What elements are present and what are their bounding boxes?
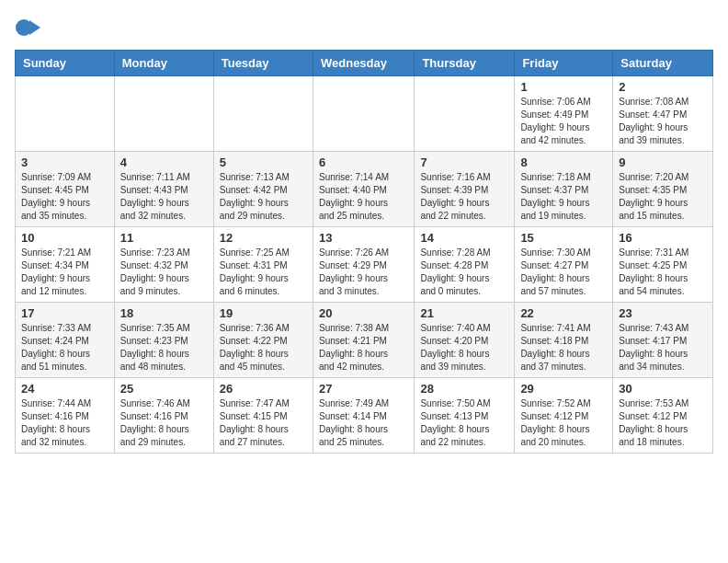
calendar-week-1: 1Sunrise: 7:06 AM Sunset: 4:49 PM Daylig… (16, 76, 713, 152)
day-number: 5 (220, 155, 307, 169)
calendar-cell: 26Sunrise: 7:47 AM Sunset: 4:15 PM Dayli… (213, 378, 313, 454)
day-number: 21 (420, 306, 508, 320)
calendar-cell: 22Sunrise: 7:41 AM Sunset: 4:18 PM Dayli… (515, 303, 613, 378)
day-info: Sunrise: 7:35 AM Sunset: 4:23 PM Dayligh… (120, 322, 208, 373)
day-number: 6 (319, 155, 408, 169)
day-info: Sunrise: 7:46 AM Sunset: 4:16 PM Dayligh… (120, 397, 208, 449)
calendar-cell: 3Sunrise: 7:09 AM Sunset: 4:45 PM Daylig… (16, 152, 115, 227)
day-info: Sunrise: 7:16 AM Sunset: 4:39 PM Dayligh… (420, 171, 508, 223)
calendar-cell: 2Sunrise: 7:08 AM Sunset: 4:47 PM Daylig… (613, 76, 713, 152)
calendar-cell: 29Sunrise: 7:52 AM Sunset: 4:12 PM Dayli… (515, 378, 613, 454)
calendar-week-2: 3Sunrise: 7:09 AM Sunset: 4:45 PM Daylig… (16, 152, 713, 227)
day-info: Sunrise: 7:40 AM Sunset: 4:20 PM Dayligh… (420, 322, 508, 373)
day-number: 27 (319, 382, 408, 396)
day-number: 7 (420, 155, 508, 169)
calendar-header-tuesday: Tuesday (213, 51, 313, 76)
day-number: 11 (120, 231, 208, 245)
day-number: 23 (619, 306, 707, 320)
calendar-cell: 8Sunrise: 7:18 AM Sunset: 4:37 PM Daylig… (515, 152, 613, 227)
day-number: 8 (520, 155, 607, 169)
day-number: 22 (520, 306, 607, 320)
logo-icon (15, 15, 40, 40)
calendar-cell: 21Sunrise: 7:40 AM Sunset: 4:20 PM Dayli… (415, 303, 515, 378)
calendar-week-5: 24Sunrise: 7:44 AM Sunset: 4:16 PM Dayli… (16, 378, 713, 454)
calendar-cell: 28Sunrise: 7:50 AM Sunset: 4:13 PM Dayli… (415, 378, 515, 454)
day-number: 9 (619, 155, 707, 169)
calendar-cell: 10Sunrise: 7:21 AM Sunset: 4:34 PM Dayli… (16, 227, 115, 303)
day-number: 10 (21, 231, 108, 245)
calendar-header-row: SundayMondayTuesdayWednesdayThursdayFrid… (16, 51, 713, 76)
day-info: Sunrise: 7:31 AM Sunset: 4:25 PM Dayligh… (619, 247, 707, 298)
calendar-cell: 11Sunrise: 7:23 AM Sunset: 4:32 PM Dayli… (114, 227, 213, 303)
day-number: 25 (120, 382, 208, 396)
calendar-week-3: 10Sunrise: 7:21 AM Sunset: 4:34 PM Dayli… (16, 227, 713, 303)
day-number: 16 (619, 231, 707, 245)
calendar-cell: 1Sunrise: 7:06 AM Sunset: 4:49 PM Daylig… (515, 76, 613, 152)
calendar-cell: 15Sunrise: 7:30 AM Sunset: 4:27 PM Dayli… (515, 227, 613, 303)
calendar-cell: 20Sunrise: 7:38 AM Sunset: 4:21 PM Dayli… (313, 303, 414, 378)
calendar-cell (313, 76, 414, 152)
calendar-header-sunday: Sunday (16, 51, 115, 76)
day-number: 18 (120, 306, 208, 320)
calendar-cell: 16Sunrise: 7:31 AM Sunset: 4:25 PM Dayli… (613, 227, 713, 303)
day-number: 3 (21, 155, 108, 169)
day-info: Sunrise: 7:30 AM Sunset: 4:27 PM Dayligh… (520, 247, 607, 298)
day-number: 13 (319, 231, 408, 245)
day-info: Sunrise: 7:47 AM Sunset: 4:15 PM Dayligh… (220, 397, 307, 449)
day-info: Sunrise: 7:28 AM Sunset: 4:28 PM Dayligh… (420, 247, 508, 298)
day-number: 2 (619, 80, 707, 94)
logo (15, 15, 44, 40)
calendar-header-wednesday: Wednesday (313, 51, 414, 76)
calendar-cell: 23Sunrise: 7:43 AM Sunset: 4:17 PM Dayli… (613, 303, 713, 378)
day-info: Sunrise: 7:43 AM Sunset: 4:17 PM Dayligh… (619, 322, 707, 373)
day-info: Sunrise: 7:21 AM Sunset: 4:34 PM Dayligh… (21, 247, 108, 298)
day-number: 24 (21, 382, 108, 396)
calendar-header-friday: Friday (515, 51, 613, 76)
calendar-cell: 27Sunrise: 7:49 AM Sunset: 4:14 PM Dayli… (313, 378, 414, 454)
day-info: Sunrise: 7:50 AM Sunset: 4:13 PM Dayligh… (420, 397, 508, 449)
day-info: Sunrise: 7:11 AM Sunset: 4:43 PM Dayligh… (120, 171, 208, 223)
day-info: Sunrise: 7:18 AM Sunset: 4:37 PM Dayligh… (520, 171, 607, 223)
svg-marker-1 (29, 20, 40, 35)
day-info: Sunrise: 7:38 AM Sunset: 4:21 PM Dayligh… (319, 322, 408, 373)
day-number: 4 (120, 155, 208, 169)
day-info: Sunrise: 7:08 AM Sunset: 4:47 PM Dayligh… (619, 96, 707, 147)
calendar-cell (213, 76, 313, 152)
calendar-week-4: 17Sunrise: 7:33 AM Sunset: 4:24 PM Dayli… (16, 303, 713, 378)
calendar-cell: 5Sunrise: 7:13 AM Sunset: 4:42 PM Daylig… (213, 152, 313, 227)
calendar-cell (415, 76, 515, 152)
calendar-cell: 7Sunrise: 7:16 AM Sunset: 4:39 PM Daylig… (415, 152, 515, 227)
day-info: Sunrise: 7:06 AM Sunset: 4:49 PM Dayligh… (520, 96, 607, 147)
day-info: Sunrise: 7:14 AM Sunset: 4:40 PM Dayligh… (319, 171, 408, 223)
calendar-cell: 14Sunrise: 7:28 AM Sunset: 4:28 PM Dayli… (415, 227, 515, 303)
day-info: Sunrise: 7:25 AM Sunset: 4:31 PM Dayligh… (220, 247, 307, 298)
calendar-cell: 30Sunrise: 7:53 AM Sunset: 4:12 PM Dayli… (613, 378, 713, 454)
calendar-cell: 9Sunrise: 7:20 AM Sunset: 4:35 PM Daylig… (613, 152, 713, 227)
day-info: Sunrise: 7:20 AM Sunset: 4:35 PM Dayligh… (619, 171, 707, 223)
day-info: Sunrise: 7:09 AM Sunset: 4:45 PM Dayligh… (21, 171, 108, 223)
calendar-cell: 25Sunrise: 7:46 AM Sunset: 4:16 PM Dayli… (114, 378, 213, 454)
day-number: 26 (220, 382, 307, 396)
calendar-cell: 4Sunrise: 7:11 AM Sunset: 4:43 PM Daylig… (114, 152, 213, 227)
day-info: Sunrise: 7:53 AM Sunset: 4:12 PM Dayligh… (619, 397, 707, 449)
day-info: Sunrise: 7:26 AM Sunset: 4:29 PM Dayligh… (319, 247, 408, 298)
day-info: Sunrise: 7:41 AM Sunset: 4:18 PM Dayligh… (520, 322, 607, 373)
day-info: Sunrise: 7:36 AM Sunset: 4:22 PM Dayligh… (220, 322, 307, 373)
calendar-header-saturday: Saturday (613, 51, 713, 76)
calendar-cell: 13Sunrise: 7:26 AM Sunset: 4:29 PM Dayli… (313, 227, 414, 303)
calendar-header-monday: Monday (114, 51, 213, 76)
calendar-cell: 24Sunrise: 7:44 AM Sunset: 4:16 PM Dayli… (16, 378, 115, 454)
calendar-cell: 18Sunrise: 7:35 AM Sunset: 4:23 PM Dayli… (114, 303, 213, 378)
calendar-cell (16, 76, 115, 152)
day-number: 28 (420, 382, 508, 396)
day-number: 12 (220, 231, 307, 245)
day-number: 1 (520, 80, 607, 94)
calendar-cell: 19Sunrise: 7:36 AM Sunset: 4:22 PM Dayli… (213, 303, 313, 378)
calendar-header-thursday: Thursday (415, 51, 515, 76)
day-number: 30 (619, 382, 707, 396)
day-info: Sunrise: 7:52 AM Sunset: 4:12 PM Dayligh… (520, 397, 607, 449)
day-info: Sunrise: 7:33 AM Sunset: 4:24 PM Dayligh… (21, 322, 108, 373)
day-number: 15 (520, 231, 607, 245)
calendar-cell (114, 76, 213, 152)
day-number: 19 (220, 306, 307, 320)
